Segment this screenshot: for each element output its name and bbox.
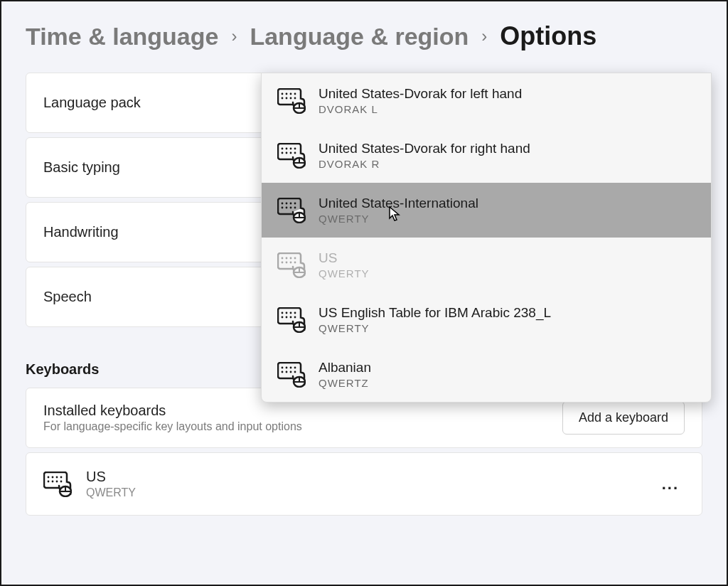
add-keyboard-button[interactable]: Add a keyboard — [562, 401, 685, 435]
keyboard-icon — [277, 362, 306, 388]
chevron-right-icon: › — [481, 26, 487, 46]
dropdown-item-name: United States-International — [318, 196, 478, 211]
dropdown-item-layout: DVORAK L — [318, 103, 522, 115]
dropdown-item-layout: QWERTY — [318, 322, 551, 334]
dropdown-item-name: Albanian — [318, 360, 371, 375]
dropdown-item-layout: QWERTZ — [318, 377, 371, 389]
keyboard-icon — [277, 88, 306, 114]
breadcrumb: Time & language › Language & region › Op… — [26, 21, 702, 51]
keyboard-icon — [277, 307, 306, 333]
dropdown-item-us: US QWERTY — [262, 238, 711, 292]
keyboard-icon — [277, 252, 306, 278]
dropdown-item-name: US English Table for IBM Arabic 238_L — [318, 305, 551, 321]
dropdown-item-us-english-ibm-arabic[interactable]: US English Table for IBM Arabic 238_L QW… — [262, 292, 711, 347]
breadcrumb-language-region[interactable]: Language & region — [250, 23, 469, 50]
keyboard-layout: QWERTY — [86, 486, 136, 499]
keyboard-icon — [277, 143, 306, 169]
dropdown-item-us-international[interactable]: United States-International QWERTY — [262, 183, 711, 238]
dropdown-item-layout: DVORAK R — [318, 158, 530, 170]
dropdown-item-name: United States-Dvorak for left hand — [318, 86, 522, 102]
installed-keyboards-subtitle: For language-specific key layouts and in… — [43, 420, 302, 433]
keyboard-icon — [43, 472, 72, 497]
installed-keyboards-title: Installed keyboards — [43, 403, 302, 419]
chevron-right-icon: › — [231, 26, 237, 46]
breadcrumb-options: Options — [500, 21, 596, 51]
keyboard-layout-dropdown: United States-Dvorak for left hand DVORA… — [261, 73, 712, 403]
keyboard-icon — [277, 198, 306, 223]
dropdown-item-name: United States-Dvorak for right hand — [318, 141, 530, 156]
dropdown-item-dvorak-left[interactable]: United States-Dvorak for left hand DVORA… — [262, 73, 711, 128]
dropdown-item-albanian[interactable]: Albanian QWERTZ — [262, 347, 711, 402]
keyboard-name: US — [86, 469, 136, 485]
dropdown-item-name: US — [318, 250, 370, 266]
dropdown-item-dvorak-right[interactable]: United States-Dvorak for right hand DVOR… — [262, 128, 711, 183]
more-options-button[interactable]: ... — [656, 472, 685, 496]
breadcrumb-time-language[interactable]: Time & language — [26, 23, 218, 50]
dropdown-item-layout: QWERTY — [318, 267, 370, 279]
keyboard-row[interactable]: US QWERTY ... — [26, 452, 702, 516]
dropdown-item-layout: QWERTY — [318, 213, 478, 225]
